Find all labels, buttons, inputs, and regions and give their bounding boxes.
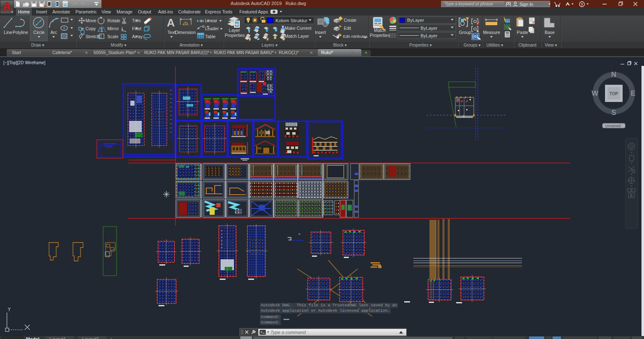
svg-text:ByLayer: ByLayer — [407, 18, 424, 23]
svg-text:A: A — [167, 16, 175, 29]
svg-text:Kolom Struktur: Kolom Struktur — [275, 18, 307, 23]
svg-text:Match Layer: Match Layer — [285, 34, 309, 39]
svg-text:N: N — [611, 70, 616, 78]
svg-text:Unnamed: Unnamed — [605, 124, 621, 128]
svg-text:W: W — [592, 89, 599, 97]
svg-text:Make Current: Make Current — [285, 26, 312, 31]
svg-text:S: S — [611, 109, 616, 117]
svg-text:Type a command: Type a command — [270, 330, 306, 335]
svg-text:ByLayer: ByLayer — [421, 33, 438, 38]
svg-text:[−][Top][2D Wireframe]: [−][Top][2D Wireframe] — [3, 60, 46, 65]
svg-text:Sign In: Sign In — [519, 2, 533, 7]
svg-text:TOP: TOP — [610, 91, 618, 96]
svg-text:ByLayer: ByLayer — [421, 26, 438, 31]
svg-text:E: E — [631, 89, 635, 97]
svg-text:?: ? — [581, 3, 583, 7]
